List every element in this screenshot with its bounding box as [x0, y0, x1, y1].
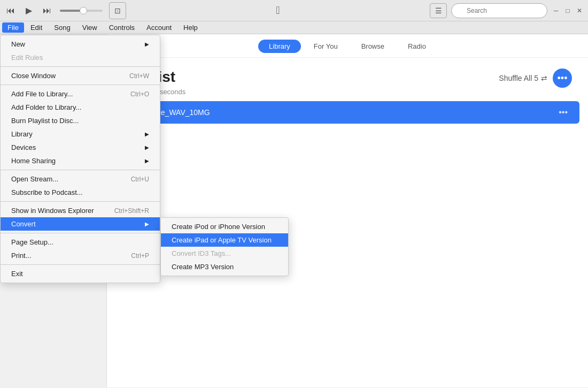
menu-bar: File Edit Song View Controls Account Hel…: [0, 21, 588, 34]
menu-controls[interactable]: Controls: [104, 22, 140, 33]
table-row[interactable]: file_example_WAV_10MG •••: [115, 101, 579, 124]
apple-logo: : [276, 4, 280, 17]
title-bar-center: : [276, 4, 280, 17]
menu-item-print-label: Print...: [11, 252, 32, 260]
song-name: file_example_WAV_10MG: [123, 108, 554, 117]
file-menu-dropdown: New ▶ Edit Rules Close Window Ctrl+W Add…: [0, 35, 160, 283]
new-arrow-icon: ▶: [145, 41, 149, 47]
convert-submenu: Create iPod or iPhone Version Create iPa…: [160, 217, 289, 276]
menu-item-new-label: New: [11, 40, 25, 48]
menu-item-page-setup[interactable]: Page Setup...: [1, 235, 160, 249]
show-explorer-shortcut: Ctrl+Shift+R: [114, 207, 149, 215]
submenu-convert-id3: Convert ID3 Tags...: [161, 247, 288, 260]
menu-account[interactable]: Account: [141, 22, 177, 33]
list-view-button[interactable]: ☰: [430, 3, 447, 18]
tab-radio[interactable]: Radio: [397, 40, 437, 53]
menu-item-subscribe-podcast[interactable]: Subscribe to Podcast...: [1, 186, 160, 199]
menu-item-add-file-label: Add File to Library...: [11, 90, 73, 98]
menu-item-library-label: Library: [11, 130, 33, 138]
menu-item-devices-label: Devices: [11, 143, 36, 151]
list-view-icon: ☰: [435, 6, 442, 15]
shuffle-label: Shuffle All 5: [499, 74, 538, 82]
menu-view[interactable]: View: [77, 22, 103, 33]
print-shortcut: Ctrl+P: [131, 252, 149, 260]
menu-item-devices[interactable]: Devices ▶: [1, 141, 160, 154]
menu-item-show-explorer[interactable]: Show in Windows Explorer Ctrl+Shift+R: [1, 204, 160, 217]
menu-item-convert-label: Convert: [11, 220, 36, 228]
tab-library[interactable]: Library: [258, 40, 301, 53]
submenu-create-ipod[interactable]: Create iPod or iPhone Version: [161, 220, 288, 233]
title-bar: ⏮ ▶ ⏭ ⊡  ☰ 🔍 ─ □ ✕: [0, 0, 588, 21]
song-list: file_example_WAV_10MG •••: [107, 101, 588, 124]
more-icon: •••: [558, 73, 568, 84]
menu-item-burn-playlist[interactable]: Burn Playlist to Disc...: [1, 114, 160, 127]
close-window-shortcut: Ctrl+W: [129, 72, 149, 80]
rewind-button[interactable]: ⏮: [4, 5, 17, 17]
separator-6: [1, 264, 160, 265]
menu-item-burn-playlist-label: Burn Playlist to Disc...: [11, 117, 79, 125]
tabs-bar: Library For You Browse Radio: [107, 34, 588, 58]
menu-item-library[interactable]: Library ▶: [1, 127, 160, 141]
add-file-shortcut: Ctrl+O: [130, 90, 149, 98]
play-button[interactable]: ▶: [24, 4, 34, 17]
menu-item-close-window-label: Close Window: [11, 72, 56, 80]
more-button[interactable]: •••: [553, 69, 572, 88]
menu-item-add-file[interactable]: Add File to Library... Ctrl+O: [1, 87, 160, 101]
volume-slider[interactable]: [60, 10, 103, 12]
menu-item-close-window[interactable]: Close Window Ctrl+W: [1, 69, 160, 82]
convert-arrow-icon: ▶: [145, 221, 149, 227]
fastforward-button[interactable]: ⏭: [41, 5, 53, 17]
menu-item-edit-rules: Edit Rules: [1, 51, 160, 64]
airplay-icon: ⊡: [114, 6, 121, 15]
menu-item-new[interactable]: New ▶: [1, 37, 160, 51]
submenu-create-ipod-label: Create iPod or iPhone Version: [172, 223, 265, 231]
playlist-actions: Shuffle All 5 ⇄ •••: [499, 69, 572, 88]
title-bar-left: ⏮ ▶ ⏭ ⊡: [4, 2, 126, 19]
menu-item-add-folder-label: Add Folder to Library...: [11, 103, 81, 111]
submenu-create-ipad[interactable]: Create iPad or Apple TV Version: [161, 233, 288, 247]
menu-song[interactable]: Song: [49, 22, 75, 33]
search-input[interactable]: [451, 3, 547, 18]
submenu-create-mp3[interactable]: Create MP3 Version: [161, 260, 288, 273]
menu-edit[interactable]: Edit: [25, 22, 48, 33]
title-bar-right: ☰ 🔍 ─ □ ✕: [430, 3, 584, 18]
separator-2: [1, 85, 160, 85]
window-controls: ─ □ ✕: [552, 6, 584, 15]
playlist-header: Playlist 1 song • 58 seconds Shuffle All…: [107, 58, 588, 101]
menu-item-edit-rules-label: Edit Rules: [11, 54, 43, 62]
volume-knob[interactable]: [80, 7, 87, 14]
menu-item-show-explorer-label: Show in Windows Explorer: [11, 207, 94, 215]
menu-item-add-folder[interactable]: Add Folder to Library...: [1, 101, 160, 114]
menu-file[interactable]: File: [2, 22, 24, 33]
menu-item-page-setup-label: Page Setup...: [11, 238, 53, 246]
submenu-create-ipad-label: Create iPad or Apple TV Version: [172, 236, 272, 244]
menu-item-home-sharing-label: Home Sharing: [11, 157, 56, 165]
menu-item-exit[interactable]: Exit: [1, 267, 160, 280]
separator-3: [1, 170, 160, 170]
menu-item-convert[interactable]: Convert ▶ Create iPod or iPhone Version …: [1, 217, 160, 231]
menu-item-print[interactable]: Print... Ctrl+P: [1, 249, 160, 262]
minimize-button[interactable]: ─: [552, 6, 560, 15]
menu-item-open-stream[interactable]: Open Stream... Ctrl+U: [1, 172, 160, 186]
tab-browse[interactable]: Browse: [351, 40, 395, 53]
airplay-button[interactable]: ⊡: [109, 2, 126, 19]
content-area: Library For You Browse Radio Playlist 1 …: [107, 34, 588, 387]
open-stream-shortcut: Ctrl+U: [131, 176, 149, 183]
menu-item-exit-label: Exit: [11, 270, 23, 278]
separator-1: [1, 66, 160, 67]
menu-help[interactable]: Help: [178, 22, 203, 33]
library-arrow-icon: ▶: [145, 131, 149, 137]
separator-5: [1, 233, 160, 233]
separator-4: [1, 201, 160, 202]
close-button[interactable]: ✕: [575, 6, 584, 15]
tab-for-you[interactable]: For You: [303, 40, 349, 53]
maximize-button[interactable]: □: [563, 6, 572, 15]
home-sharing-arrow-icon: ▶: [145, 158, 149, 164]
search-wrapper: 🔍: [451, 3, 547, 18]
shuffle-icon: ⇄: [541, 74, 547, 82]
menu-item-open-stream-label: Open Stream...: [11, 175, 58, 183]
menu-item-home-sharing[interactable]: Home Sharing ▶: [1, 154, 160, 168]
shuffle-button[interactable]: Shuffle All 5 ⇄: [499, 74, 547, 82]
submenu-create-mp3-label: Create MP3 Version: [172, 263, 234, 271]
song-more-button[interactable]: •••: [554, 106, 572, 118]
